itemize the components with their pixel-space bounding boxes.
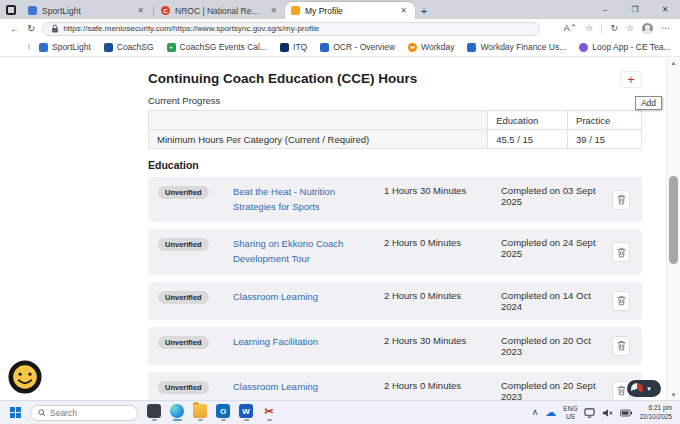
bookmark-sportlight[interactable]: SportLight bbox=[39, 42, 91, 52]
language-line1: ENG bbox=[563, 405, 577, 412]
bookmark-label: CoachSG bbox=[117, 42, 154, 52]
back-icon[interactable]: ← bbox=[10, 23, 20, 34]
scroll-down-icon[interactable]: ▼ bbox=[667, 392, 680, 398]
trash-icon bbox=[617, 340, 626, 351]
delete-button[interactable] bbox=[612, 336, 630, 356]
scrollbar-thumb[interactable] bbox=[669, 176, 678, 264]
bookmark-favicon bbox=[280, 43, 289, 52]
tab-label: SportLight bbox=[42, 6, 130, 16]
taskbar-app-snipping[interactable]: ✂ bbox=[262, 404, 276, 421]
status-badge: Unverified bbox=[158, 336, 209, 349]
tab-strip: SportLight ✕ C NROC | National Registry … bbox=[0, 0, 680, 19]
delete-button[interactable] bbox=[612, 190, 630, 210]
tab-my-profile[interactable]: My Profile ✕ bbox=[285, 2, 415, 19]
cce-item-row: Unverified Classroom Learning 2 Hours 0 … bbox=[148, 282, 642, 320]
page-title: Continuing Coach Education (CCE) Hours bbox=[148, 71, 417, 86]
favorite-star-icon[interactable]: ☆ bbox=[585, 24, 593, 33]
restore-button[interactable]: ❐ bbox=[620, 0, 650, 19]
taskbar-app-explorer[interactable] bbox=[193, 404, 207, 421]
bookmark-favicon bbox=[320, 43, 329, 52]
page-scrollbar[interactable]: ▲ ▼ bbox=[666, 58, 680, 400]
bookmark-loop-app[interactable]: Loop App - CE Tea... bbox=[579, 42, 670, 52]
feedback-smiley-button[interactable] bbox=[8, 360, 42, 394]
onedrive-cloud-icon[interactable]: ☁ bbox=[545, 407, 556, 418]
bookmark-label: Loop App - CE Tea... bbox=[592, 42, 670, 52]
bookmark-workday[interactable]: wWorkday bbox=[408, 42, 454, 52]
url-text: https://safe.menlosecurity.com/https://w… bbox=[63, 24, 319, 33]
bookmark-favicon bbox=[39, 43, 48, 52]
tab-label: My Profile bbox=[305, 6, 393, 16]
speaker-muted-icon[interactable] bbox=[602, 408, 613, 418]
running-indicator bbox=[244, 419, 249, 421]
taskbar-app-word[interactable]: W bbox=[239, 404, 253, 421]
my-profile-favicon bbox=[291, 6, 300, 15]
cast-screen-icon[interactable] bbox=[584, 408, 595, 418]
cce-item-link[interactable]: Classroom Learning bbox=[233, 290, 379, 305]
profile-avatar-icon[interactable] bbox=[642, 23, 653, 34]
tab-divider bbox=[153, 6, 154, 16]
cce-item-duration: 1 Hours 30 Minutes bbox=[384, 185, 496, 196]
dark-app-icon bbox=[147, 404, 161, 418]
table-row-label: Minimum Hours Per Category (Current / Re… bbox=[149, 130, 488, 149]
tab-close-icon[interactable]: ✕ bbox=[398, 6, 409, 15]
read-aloud-icon[interactable]: A⌃ bbox=[564, 24, 578, 33]
browser-profile-widget[interactable]: ▼ bbox=[627, 380, 661, 397]
taskbar-app-darkwindow[interactable] bbox=[147, 404, 161, 421]
chevron-down-icon: ▼ bbox=[646, 386, 652, 392]
add-cce-button[interactable]: + bbox=[620, 71, 642, 88]
delete-button[interactable] bbox=[612, 291, 630, 311]
search-input[interactable] bbox=[50, 408, 130, 418]
window-controls: – ❐ ✕ bbox=[590, 0, 680, 19]
refresh-icon[interactable]: ↻ bbox=[27, 23, 35, 34]
bookmark-coachsg[interactable]: CoachSG bbox=[104, 42, 154, 52]
taskbar-app-outlook[interactable]: O bbox=[216, 404, 230, 421]
language-indicator[interactable]: ENG US bbox=[563, 405, 577, 420]
tab-sportlight[interactable]: SportLight ✕ bbox=[22, 2, 152, 19]
practice-hours-value: 39 / 15 bbox=[568, 130, 642, 149]
tab-label: NROC | National Registry of Coa... bbox=[175, 6, 263, 16]
bookmark-itq[interactable]: ITQ bbox=[280, 42, 307, 52]
language-line2: US bbox=[563, 413, 577, 420]
trash-icon bbox=[617, 385, 626, 396]
address-bar-actions: A⌃ ☆ ↻ ☆ ⋯ bbox=[564, 23, 670, 34]
table-header-practice: Practice bbox=[568, 111, 642, 130]
windows-start-icon[interactable] bbox=[10, 407, 21, 418]
settings-menu-icon[interactable]: ⋯ bbox=[661, 24, 670, 33]
close-button[interactable]: ✕ bbox=[650, 0, 680, 19]
taskbar-app-edge[interactable] bbox=[170, 404, 184, 421]
current-progress-label: Current Progress bbox=[148, 95, 642, 106]
hidden-icons-chevron-icon[interactable]: ∧ bbox=[532, 408, 539, 417]
cce-item-duration: 2 Hours 30 Minutes bbox=[384, 335, 496, 346]
taskbar-search[interactable] bbox=[30, 405, 138, 421]
edge-browser-icon bbox=[170, 404, 184, 418]
tab-close-icon[interactable]: ✕ bbox=[268, 6, 279, 15]
tab-close-icon[interactable]: ✕ bbox=[135, 6, 146, 15]
tab-nroc[interactable]: C NROC | National Registry of Coa... ✕ bbox=[155, 2, 285, 19]
outlook-icon: O bbox=[216, 404, 230, 418]
browser-essentials-icon[interactable]: ↻ bbox=[610, 24, 618, 33]
battery-icon[interactable] bbox=[620, 409, 632, 417]
trash-icon bbox=[617, 194, 626, 205]
profile-picture-icon bbox=[631, 383, 643, 395]
minimize-button[interactable]: – bbox=[590, 0, 620, 19]
taskbar-clock[interactable]: 6:21 pm 22/10/2025 bbox=[639, 404, 672, 420]
bookmark-ocr-overview[interactable]: OCR - Overview bbox=[320, 42, 395, 52]
clock-date: 22/10/2025 bbox=[639, 413, 672, 421]
delete-button[interactable] bbox=[612, 242, 630, 262]
bookmark-coachsg-events[interactable]: +CoachSG Events Cal... bbox=[167, 42, 267, 52]
search-icon bbox=[38, 409, 46, 417]
table-header-education: Education bbox=[488, 111, 568, 130]
new-tab-button[interactable]: + bbox=[415, 2, 433, 19]
system-tray: ∧ ☁ ENG US 6:21 pm 22/10/2025 bbox=[532, 404, 680, 420]
scroll-up-icon[interactable]: ▲ bbox=[667, 60, 680, 66]
cce-item-link[interactable]: Learning Facilitation bbox=[233, 335, 379, 350]
favorites-bar-icon[interactable]: ☆ bbox=[626, 24, 634, 33]
url-box[interactable]: https://safe.menlosecurity.com/https://w… bbox=[42, 22, 540, 36]
workspaces-square-icon bbox=[6, 5, 16, 15]
clock-time: 6:21 pm bbox=[639, 404, 672, 412]
cce-item-link[interactable]: Sharing on Ekkono Coach Development Tour bbox=[233, 237, 379, 266]
workspaces-icon[interactable] bbox=[0, 0, 22, 19]
cce-item-link[interactable]: Classroom Learning bbox=[233, 380, 379, 395]
bookmark-workday-finance[interactable]: Workday Finance Us... bbox=[467, 42, 566, 52]
cce-item-link[interactable]: Beat the Heat - Nutrition Strategies for… bbox=[233, 185, 379, 214]
